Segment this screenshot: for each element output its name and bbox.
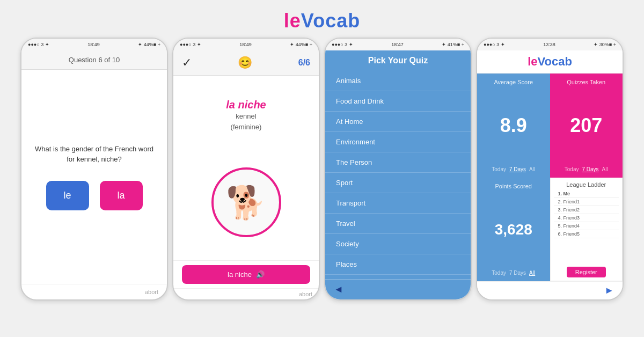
phone1-content: Question 6 of 10 What is the gender of t…	[21, 50, 167, 299]
avg-tab-all[interactable]: All	[529, 166, 535, 172]
status-bar-3: ●●●○ 3 ✦ 18:47 ✦ 41%■ +	[325, 39, 471, 50]
phone2-footer: la niche 🔊	[173, 260, 319, 288]
quiz-item[interactable]: Transport	[325, 193, 471, 214]
quiz-tab-7days[interactable]: 7 Days	[582, 166, 598, 172]
status-left-4: ●●●○ 3 ✦	[484, 42, 505, 47]
status-time-1: 18:49	[87, 42, 100, 47]
quiz-picker-title: Pick Your Quiz	[368, 56, 428, 65]
phone2-content: ✓ 😊 6/6 la niche kennel (feminine) 🐕	[173, 50, 319, 299]
phone4-content: leVocab Average Score 8.9 Today 7 Days A…	[477, 50, 623, 299]
phone-2: ●●●○ 3 ✦ 18:49 ✦ 44%■ + ✓ 😊 6/6 la niche…	[172, 38, 320, 301]
quizzes-title: Quizzes Taken	[567, 79, 605, 85]
status-bar-1: ●●●○ 3 ✦ 18:49 ✦ 44%■ +	[21, 39, 167, 50]
quiz-list[interactable]: AnimalsFood and DrinkAt HomeEnvironmentT…	[325, 71, 471, 279]
pts-tab-all[interactable]: All	[529, 270, 535, 276]
score-badge: 6/6	[298, 58, 310, 68]
english-word: kennel (feminine)	[226, 111, 266, 132]
status-right-3: ✦ 41%■ +	[442, 42, 464, 47]
register-button[interactable]: Register	[567, 267, 606, 277]
status-right-1: ✦ 44%■ +	[138, 42, 160, 47]
status-left-1: ●●●○ 3 ✦	[28, 42, 49, 47]
league-item: 6. Friend5	[554, 230, 619, 238]
phone3-header: Pick Your Quiz	[325, 50, 471, 71]
avg-tab-today[interactable]: Today	[492, 166, 506, 172]
status-bar-4: ●●●○ 3 ✦ 13:38 ✦ 30%■ +	[477, 39, 623, 50]
pts-tab-today[interactable]: Today	[492, 270, 506, 276]
quiz-item[interactable]: Society	[325, 234, 471, 254]
phone3-footer: ◄	[325, 279, 471, 299]
french-word: la niche	[226, 99, 266, 111]
speaker-icon: 🔊	[256, 270, 265, 279]
quiz-tab-all[interactable]: All	[602, 166, 608, 172]
phone-3: ●●●○ 3 ✦ 18:47 ✦ 41%■ + Pick Your Quiz A…	[324, 38, 472, 301]
back-arrow-icon[interactable]: ◄	[334, 284, 343, 295]
league-item: 4. Friend3	[554, 214, 619, 222]
phone2-header: ✓ 😊 6/6	[173, 50, 319, 76]
quiz-item[interactable]: Travel	[325, 214, 471, 234]
phone4-logo-le: le	[528, 55, 537, 68]
avg-score-title: Average Score	[494, 79, 533, 85]
logo-vocab: Vocab	[301, 10, 360, 32]
quiz-item[interactable]: Places	[325, 254, 471, 275]
abort-label-2[interactable]: abort	[299, 291, 312, 297]
quiz-tab-today[interactable]: Today	[565, 166, 579, 172]
league-box: League Ladder 1. Me2. Friend13. Friend24…	[550, 178, 623, 282]
audio-word-label: la niche	[228, 270, 252, 279]
stats-grid: Average Score 8.9 Today 7 Days All Quizz…	[477, 74, 623, 281]
abort-label-1[interactable]: abort	[145, 289, 158, 295]
league-item: 1. Me	[554, 190, 619, 198]
dog-icon: 🐕	[226, 184, 266, 222]
status-bar-2: ●●●○ 3 ✦ 18:49 ✦ 44%■ +	[173, 39, 319, 50]
answer-la-button[interactable]: la	[100, 181, 143, 210]
question-text: What is the gender of the French word fo…	[32, 144, 156, 165]
quiz-item[interactable]: Health	[325, 275, 471, 279]
status-time-2: 18:49	[239, 42, 252, 47]
status-time-4: 13:38	[543, 42, 555, 47]
status-right-2: ✦ 44%■ +	[290, 42, 312, 47]
phone1-header: Question 6 of 10	[21, 50, 167, 70]
main-logo: leVocab	[0, 10, 644, 32]
league-list: 1. Me2. Friend13. Friend24. Friend35. Fr…	[554, 190, 619, 265]
avg-tab-7days[interactable]: 7 Days	[509, 166, 526, 172]
phone3-content: Pick Your Quiz AnimalsFood and DrinkAt H…	[325, 50, 471, 299]
quiz-item[interactable]: Food and Drink	[325, 91, 471, 112]
phone4-header: leVocab	[477, 50, 623, 74]
points-value: 3,628	[495, 221, 532, 238]
checkmark-icon: ✓	[182, 56, 192, 70]
points-box: Points Scored 3,628 Today 7 Days All	[477, 178, 550, 282]
phone1-question-area: What is the gender of the French word fo…	[21, 70, 167, 284]
quiz-item[interactable]: The Person	[325, 152, 471, 173]
status-left-3: ●●●○ 3 ✦	[332, 42, 353, 47]
league-title: League Ladder	[566, 181, 606, 188]
league-item: 3. Friend2	[554, 206, 619, 214]
quizzes-tabs: Today 7 Days All	[565, 166, 608, 172]
quizzes-value: 207	[570, 114, 602, 137]
phone-4: ●●●○ 3 ✦ 13:38 ✦ 30%■ + leVocab Average …	[476, 38, 624, 301]
page-header: leVocab	[0, 0, 644, 38]
phone4-footer: ►	[477, 281, 623, 299]
avg-score-box: Average Score 8.9 Today 7 Days All	[477, 74, 550, 178]
answer-buttons: le la	[46, 181, 143, 210]
word-display: la niche kennel (feminine)	[226, 99, 266, 132]
happy-emoji: 😊	[238, 56, 252, 70]
quiz-item[interactable]: At Home	[325, 112, 471, 132]
phones-container: ●●●○ 3 ✦ 18:49 ✦ 44%■ + Question 6 of 10…	[10, 38, 634, 337]
audio-button[interactable]: la niche 🔊	[182, 265, 310, 284]
points-tabs: Today 7 Days All	[492, 270, 535, 276]
phone1-footer: abort	[21, 284, 167, 299]
avg-score-tabs: Today 7 Days All	[492, 166, 535, 172]
phone4-logo-vocab: Vocab	[537, 55, 572, 68]
forward-arrow-icon[interactable]: ►	[604, 285, 614, 296]
quiz-item[interactable]: Environment	[325, 132, 471, 152]
league-item: 2. Friend1	[554, 198, 619, 206]
phone-1: ●●●○ 3 ✦ 18:49 ✦ 44%■ + Question 6 of 10…	[20, 38, 168, 301]
phone2-word-area: la niche kennel (feminine) 🐕	[173, 76, 319, 260]
league-item: 5. Friend4	[554, 222, 619, 230]
points-title: Points Scored	[495, 183, 532, 189]
avg-score-value: 8.9	[500, 114, 527, 137]
quiz-item[interactable]: Sport	[325, 173, 471, 193]
pts-tab-7days[interactable]: 7 Days	[509, 270, 526, 276]
phone2-abort-footer: abort	[173, 288, 319, 299]
quiz-item[interactable]: Animals	[325, 71, 471, 91]
answer-le-button[interactable]: le	[46, 181, 89, 210]
